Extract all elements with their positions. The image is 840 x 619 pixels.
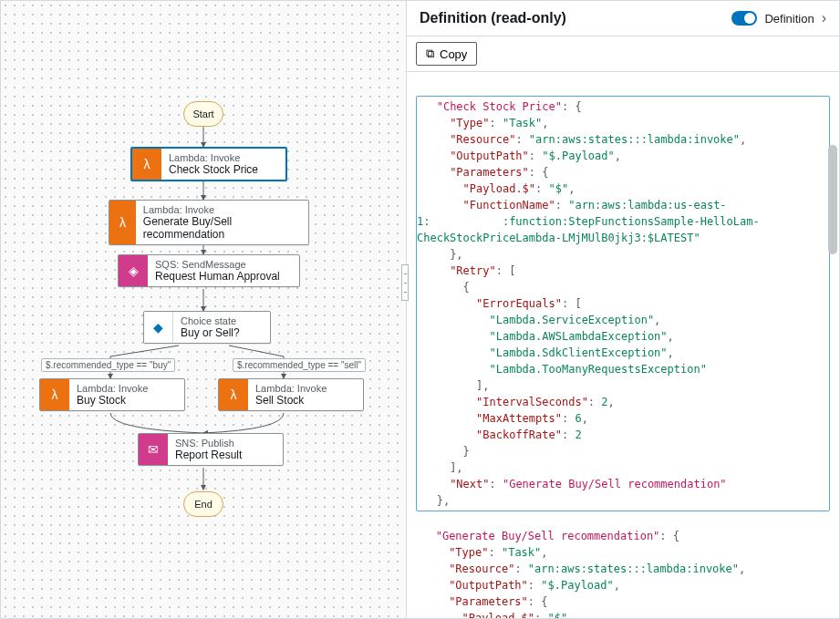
code-viewer[interactable]: "Check Stock Price": { "Type": "Task", "… [407, 72, 839, 618]
workflow-canvas[interactable]: Start λ Lambda: InvokeCheck Stock Price … [1, 1, 406, 618]
node-request-approval[interactable]: ◈ SQS: SendMessageRequest Human Approval [118, 254, 300, 287]
sqs-icon: ◈ [119, 255, 148, 286]
chevron-right-icon[interactable]: › [822, 10, 826, 26]
lambda-icon: λ [132, 149, 161, 180]
connectors [1, 1, 406, 618]
definition-toggle[interactable] [731, 11, 757, 26]
sns-icon: ✉ [139, 434, 168, 465]
node-check-stock-price[interactable]: λ Lambda: InvokeCheck Stock Price [130, 147, 287, 181]
node-sell-stock[interactable]: λ Lambda: InvokeSell Stock [218, 378, 364, 411]
lambda-icon: λ [40, 379, 69, 410]
lambda-icon: λ [109, 201, 136, 244]
scrollbar[interactable] [828, 145, 837, 254]
node-choice[interactable]: ◆ Choice stateBuy or Sell? [143, 311, 271, 344]
copy-button[interactable]: ⧉ Copy [416, 42, 477, 66]
end-node[interactable]: End [183, 491, 223, 517]
condition-buy: $.recommended_type == "buy" [41, 358, 175, 372]
condition-sell: $.recommended_type == "sell" [233, 358, 366, 372]
choice-icon: ◆ [144, 312, 173, 343]
panel-title: Definition (read-only) [420, 10, 566, 26]
node-buy-stock[interactable]: λ Lambda: InvokeBuy Stock [39, 378, 185, 411]
lambda-icon: λ [219, 379, 248, 410]
start-node[interactable]: Start [183, 101, 223, 127]
node-generate-recommendation[interactable]: λ Lambda: InvokeGenerate Buy/Sell recomm… [109, 200, 309, 245]
copy-icon: ⧉ [426, 46, 434, 61]
node-report-result[interactable]: ✉ SNS: PublishReport Result [138, 433, 284, 466]
